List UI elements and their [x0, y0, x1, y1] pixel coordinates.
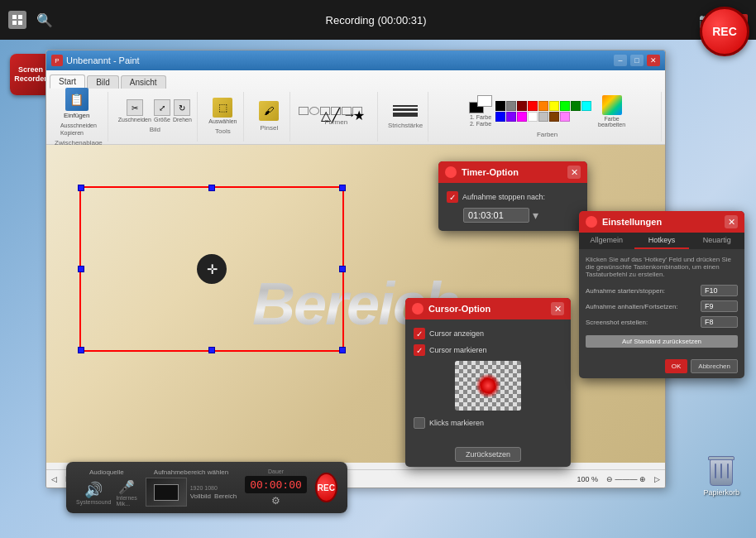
cancel-button[interactable]: Abbrechen	[691, 359, 738, 373]
form-rect[interactable]	[299, 107, 309, 115]
timer-dialog-close[interactable]: ✕	[567, 166, 581, 179]
timer-time-input[interactable]	[463, 208, 529, 223]
ribbon: Start Bild Ansicht 📋 Einfügen Ausschneid…	[46, 70, 665, 145]
drehen-button[interactable]: ↻ Drehen	[173, 99, 192, 122]
taskbar-app-icon[interactable]	[8, 11, 26, 29]
screenshot-label: Screenshot erstellen:	[586, 319, 648, 326]
swatch-brown[interactable]	[549, 112, 559, 122]
swatch-pink[interactable]	[560, 112, 570, 122]
farbe-bearbeiten-button[interactable]: Farbebearbeiten	[598, 95, 625, 127]
reset-button[interactable]: Zurücksetzen	[455, 447, 521, 462]
settings-dialog-close[interactable]: ✕	[725, 215, 738, 228]
settings-row-start: Aufnahme starten/stoppen:	[586, 285, 738, 296]
ok-button[interactable]: OK	[665, 359, 688, 373]
pinsel-button[interactable]: 🖌	[259, 101, 279, 121]
settings-row-screenshot: Screenshot erstellen:	[586, 316, 738, 328]
form-triangle[interactable]: △	[320, 107, 330, 115]
color2-swatch[interactable]	[477, 95, 492, 107]
handle-tm[interactable]	[208, 185, 215, 191]
minimize-button[interactable]: –	[614, 55, 627, 66]
timer-section: Dauer 00:00:00 ⚙	[245, 468, 307, 507]
rec-button-bar[interactable]: REC	[315, 473, 337, 502]
system-sound[interactable]: 🔊 Systemsound	[76, 481, 111, 505]
tab-allgemein[interactable]: Allgemein	[579, 233, 634, 249]
mark-clicks-checkbox[interactable]	[414, 417, 425, 429]
internal-mic-label: Internes Mik...	[116, 495, 136, 507]
swatch-darkred[interactable]	[517, 101, 527, 111]
mark-cursor-checkbox[interactable]: ✓	[414, 344, 425, 356]
swatch-green[interactable]	[571, 101, 581, 111]
swatch-silver[interactable]	[538, 112, 548, 122]
swatch-cyan[interactable]	[581, 101, 591, 111]
kopieren-button[interactable]: Kopieren	[60, 130, 84, 136]
timer-checkbox[interactable]: ✓	[447, 191, 458, 203]
strich-thin[interactable]	[393, 105, 418, 107]
handle-tl[interactable]	[78, 185, 84, 191]
resolution-display: 1920 1080	[190, 485, 237, 491]
swatch-purple[interactable]	[506, 112, 516, 122]
ribbon-content: 📋 Einfügen Ausschneiden Kopieren Zwische…	[46, 89, 665, 144]
selection-box[interactable]: ✛	[79, 186, 344, 352]
cursor-dialog-close[interactable]: ✕	[551, 302, 564, 315]
swatch-magenta[interactable]	[517, 112, 527, 122]
strich-thick[interactable]	[393, 113, 418, 117]
swatch-black[interactable]	[495, 101, 505, 111]
settings-tabs: Allgemein Hotkeys Neuartig	[579, 233, 744, 249]
groesse-button[interactable]: ⤢ Größe	[154, 99, 170, 122]
pause-resume-input[interactable]	[701, 300, 738, 312]
default-button[interactable]: Auf Standard zurücksetzen	[586, 335, 738, 348]
handle-tr[interactable]	[339, 185, 346, 191]
swatch-orange[interactable]	[538, 101, 548, 111]
swatch-red[interactable]	[528, 101, 538, 111]
form-line[interactable]: ╱	[331, 107, 341, 115]
preview-box[interactable]	[146, 478, 187, 507]
timer-option-dialog: Timer-Option ✕ ✓ Aufnahme stoppen nach: …	[438, 161, 587, 231]
tab-ansicht[interactable]: Ansicht	[121, 75, 166, 89]
handle-mr[interactable]	[339, 266, 346, 272]
paint-titlebar: P Unbenannt - Paint – □ ✕	[46, 50, 665, 70]
einfuegen-button[interactable]: 📋 Einfügen	[60, 86, 93, 121]
rec-button-main[interactable]: REC	[700, 7, 749, 56]
trash-label: Papierkorb	[703, 488, 739, 497]
start-stop-input[interactable]	[701, 285, 738, 296]
swatch-white[interactable]	[528, 112, 538, 122]
swatch-yellow[interactable]	[549, 101, 559, 111]
move-cursor[interactable]: ✛	[197, 254, 227, 284]
internal-mic[interactable]: 🎤 Internes Mik...	[116, 479, 136, 507]
strich-medium[interactable]	[393, 108, 418, 111]
timer-dropdown[interactable]: ▾	[533, 209, 538, 222]
show-cursor-checkbox[interactable]: ✓	[414, 328, 425, 339]
ribbon-group-strich: Strichstärke	[383, 92, 428, 142]
swatch-lime[interactable]	[560, 101, 570, 111]
form-star[interactable]: ★	[352, 107, 362, 115]
trash-icon[interactable]: Papierkorb	[703, 459, 739, 497]
ausschneiden-button[interactable]: Ausschneiden	[60, 122, 97, 128]
form-ellipse[interactable]	[309, 107, 319, 115]
area-button[interactable]: Bereich	[214, 492, 237, 500]
show-cursor-row: ✓ Cursor anzeigen	[414, 328, 562, 339]
maximize-button[interactable]: □	[630, 55, 644, 66]
zuschneiden-button[interactable]: ✂ Zuschneiden	[118, 99, 151, 122]
tab-neuartig[interactable]: Neuartig	[689, 233, 744, 249]
handle-bl[interactable]	[78, 347, 84, 353]
fullscreen-button[interactable]: Vollbild	[190, 492, 211, 500]
timer-display: 00:00:00	[245, 476, 307, 493]
mark-clicks-label: Klicks markieren	[429, 419, 484, 427]
swatch-blue[interactable]	[495, 112, 505, 122]
trash-body	[710, 459, 733, 486]
handle-bm[interactable]	[208, 347, 215, 353]
settings-body: Klicken Sie auf das 'Hotkey' Feld und dr…	[579, 249, 744, 354]
close-button[interactable]: ✕	[647, 55, 660, 66]
tab-hotkeys[interactable]: Hotkeys	[634, 233, 690, 249]
handle-br[interactable]	[339, 347, 346, 353]
form-arrow[interactable]: →	[342, 107, 352, 115]
auswaehlen-button[interactable]: ⬚ Auswählen	[208, 98, 237, 124]
swatch-gray[interactable]	[506, 101, 516, 111]
handle-ml[interactable]	[78, 266, 84, 272]
mark-cursor-row: ✓ Cursor markieren	[414, 344, 562, 356]
screenshot-input[interactable]	[701, 316, 738, 328]
taskbar: 🔍 Recording (00:00:31) 📷 ⏸ ⏹	[0, 0, 756, 40]
timer-settings-icon[interactable]: ⚙	[271, 495, 280, 507]
timer-checkbox-row: ✓ Aufnahme stoppen nach:	[447, 191, 579, 203]
search-icon[interactable]: 🔍	[36, 12, 53, 28]
